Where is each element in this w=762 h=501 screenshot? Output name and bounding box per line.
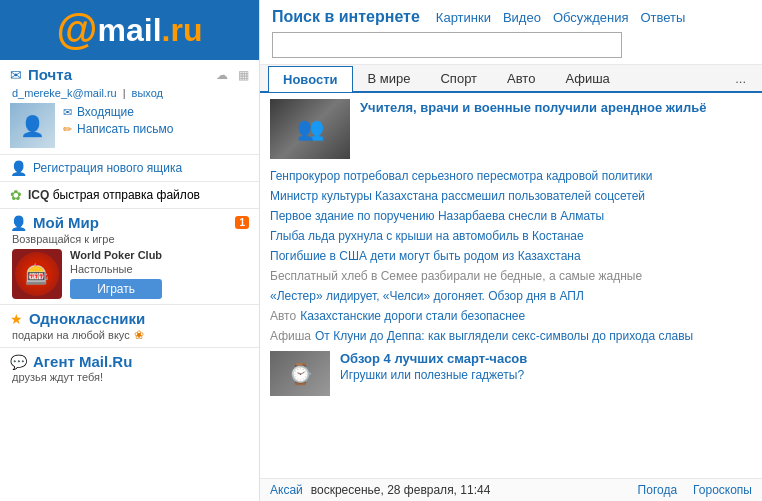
icq-brand: ICQ (28, 188, 49, 202)
location-bar: Аксай воскресенье, 28 февраля, 11:44 Пог… (260, 478, 762, 501)
flower-icon: ❀ (134, 328, 144, 342)
news-item[interactable]: Первое здание по поручению Назарбаева сн… (270, 207, 752, 225)
search-input[interactable] (272, 32, 622, 58)
top-story: 👥 Учителя, врачи и военные получили арен… (270, 99, 752, 159)
logo-mail: mail (98, 14, 162, 46)
registration-section: 👤 Регистрация нового ящика (0, 155, 259, 182)
tab-auto[interactable]: Авто (492, 65, 550, 91)
agent-section: 💬 Агент Mail.Ru друзья ждут тебя! (0, 348, 259, 388)
tab-world[interactable]: В мире (353, 65, 426, 91)
icq-section: ✿ ICQ быстрая отправка файлов (0, 182, 259, 209)
inbox-icon: ✉ (63, 106, 72, 119)
content-area: Поиск в интернете Картинки Видео Обсужде… (260, 0, 762, 501)
play-button[interactable]: Играть (70, 279, 162, 299)
poker-icon: 🎰 (25, 262, 50, 286)
mir-icon: 👤 (10, 215, 27, 231)
bottom-story-title-link[interactable]: Обзор 4 лучших смарт-часов (340, 351, 527, 366)
search-link-answers[interactable]: Ответы (640, 10, 685, 25)
news-prefix-auto: Авто (270, 309, 296, 323)
register-link[interactable]: Регистрация нового ящика (33, 161, 182, 175)
search-title: Поиск в интернете (272, 8, 420, 26)
search-link-video[interactable]: Видео (503, 10, 541, 25)
logo: @ mail .ru (0, 0, 259, 60)
news-item[interactable]: Глыба льда рухнула с крыши на автомобиль… (270, 227, 752, 245)
pochta-user-link[interactable]: d_mereke_k@mail.ru (12, 87, 117, 99)
icq-text: ICQ быстрая отправка файлов (28, 188, 200, 202)
agent-icon: 💬 (10, 354, 27, 370)
mir-badge: 1 (235, 216, 249, 229)
mir-title[interactable]: Мой Мир (33, 214, 99, 231)
news-list: Генпрокурор потребовал серьезного пересм… (270, 167, 752, 345)
date-text: воскресенье, 28 февраля, 11:44 (311, 483, 491, 497)
bottom-story: ⌚ Обзор 4 лучших смарт-часов Игрушки или… (270, 351, 752, 396)
top-story-thumbnail: 👥 (270, 99, 350, 159)
pochta-title: Почта (28, 66, 72, 83)
inbox-link[interactable]: ✉ Входящие (63, 105, 173, 119)
mail-envelope-icon: ✉ (10, 67, 22, 83)
sidebar: @ mail .ru ✉ Почта ☁ ▦ d_mereke_k@mail.r… (0, 0, 260, 501)
bottom-story-text: Обзор 4 лучших смарт-часов Игрушки или п… (340, 351, 527, 396)
compose-link[interactable]: ✏ Написать письмо (63, 122, 173, 136)
logo-at: @ (57, 9, 98, 51)
tab-afisha[interactable]: Афиша (550, 65, 624, 91)
grid-icon: ▦ (238, 68, 249, 82)
news-item[interactable]: «Лестер» лидирует, «Челси» догоняет. Обз… (270, 287, 752, 305)
bottom-story-subtitle-link[interactable]: Игрушки или полезные гаджеты? (340, 368, 527, 382)
icq-icon: ✿ (10, 187, 22, 203)
news-item-auto[interactable]: АвтоКазахстанские дороги стали безопасне… (270, 307, 752, 325)
ok-title[interactable]: Одноклассники (29, 310, 145, 327)
game-category: Настольные (70, 263, 162, 275)
avatar: 👤 (10, 103, 55, 148)
logo-ru: .ru (162, 14, 203, 46)
news-item-afisha[interactable]: АфишаОт Клуни до Деппа: как выглядели се… (270, 327, 752, 345)
separator: | (123, 87, 126, 99)
news-tabs: Новости В мире Спорт Авто Афиша ... (260, 65, 762, 93)
news-item[interactable]: Генпрокурор потребовал серьезного пересм… (270, 167, 752, 185)
news-content: 👥 Учителя, врачи и военные получили арен… (260, 93, 762, 478)
pochta-section: ✉ Почта ☁ ▦ d_mereke_k@mail.ru | выход 👤… (0, 60, 259, 155)
news-prefix-afisha: Афиша (270, 329, 311, 343)
search-area: Поиск в интернете Картинки Видео Обсужде… (260, 0, 762, 65)
news-item[interactable]: Погибшие в США дети могут быть родом из … (270, 247, 752, 265)
bottom-story-thumbnail: ⌚ (270, 351, 330, 396)
person-icon: 👤 (10, 160, 27, 176)
search-link-discussions[interactable]: Обсуждения (553, 10, 629, 25)
tab-sport[interactable]: Спорт (425, 65, 492, 91)
search-links: Картинки Видео Обсуждения Ответы (436, 10, 686, 25)
icq-desc: быстрая отправка файлов (53, 188, 200, 202)
tabs-more[interactable]: ... (727, 66, 754, 91)
agent-title[interactable]: Агент Mail.Ru (33, 353, 132, 370)
ok-icon: ★ (10, 311, 23, 327)
people-icon: 👥 (297, 116, 324, 142)
mir-subtitle: Возвращайся к игре (10, 233, 249, 245)
mir-section: 👤 Мой Мир 1 Возвращайся к игре 🎰 World P… (0, 209, 259, 305)
tab-news[interactable]: Новости (268, 66, 353, 92)
game-title: World Poker Club (70, 249, 162, 261)
search-link-pictures[interactable]: Картинки (436, 10, 491, 25)
top-story-link[interactable]: Учителя, врачи и военные получили арендн… (360, 99, 707, 159)
horoscope-link[interactable]: Гороскопы (693, 483, 752, 497)
poker-thumbnail: 🎰 (12, 249, 62, 299)
location-link[interactable]: Аксай (270, 483, 303, 497)
watch-icon: ⌚ (288, 362, 313, 386)
weather-link[interactable]: Погода (638, 483, 678, 497)
cloud-icon: ☁ (216, 68, 228, 82)
news-item[interactable]: Министр культуры Казахстана рассмешил по… (270, 187, 752, 205)
pencil-icon: ✏ (63, 123, 72, 136)
agent-subtitle: друзья ждут тебя! (10, 371, 249, 383)
exit-link[interactable]: выход (132, 87, 163, 99)
news-item[interactable]: Бесплатный хлеб в Семее разбирали не бед… (270, 267, 752, 285)
ok-section: ★ Одноклассники подарки на любой вкус ❀ (0, 305, 259, 348)
ok-subtitle-text: подарки на любой вкус (12, 329, 130, 341)
